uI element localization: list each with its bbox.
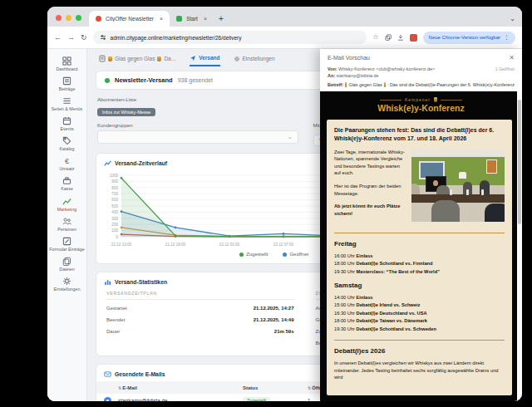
send-icon xyxy=(190,55,196,61)
sidebar-item-events[interactable]: Events xyxy=(47,114,86,134)
sidebar-item-seiten-menues[interactable]: Seiten & Menüs xyxy=(47,94,86,114)
chrome-update-label: Neue Chrome-Version verfügbar xyxy=(429,35,500,40)
browser-tabstrip: CityOffer Newsletter × Start × + ⌄ xyxy=(47,7,522,27)
sidebar-label: Seiten & Menüs xyxy=(52,106,82,111)
tab-versand[interactable]: Versand xyxy=(190,51,219,66)
email-column-header[interactable]: ⇅E-Mail xyxy=(118,385,243,390)
gear-icon xyxy=(62,277,71,286)
status-column-header[interactable]: Status xyxy=(243,385,308,390)
sidebar-label: Formular Einträge xyxy=(49,247,84,252)
browser-tab-start[interactable]: Start × xyxy=(170,11,214,27)
url-text: admin.citypage.online/marketing/newslett… xyxy=(111,35,242,41)
from-value: Whisky-Konferenz <club@whisky-konferenz.… xyxy=(338,66,435,71)
schedule-line: 19:30 Uhr Masterclass: “The Best of the … xyxy=(334,268,505,276)
tab-einstellungen[interactable]: Einstellungen xyxy=(234,51,275,66)
subscriber-tag-badge[interactable]: Infos zur Whisky-Messe xyxy=(97,108,155,116)
svg-text:22.12 01:00: 22.12 01:00 xyxy=(219,243,240,247)
tab-search-chevron-icon[interactable]: ⌄ xyxy=(510,15,515,22)
tab-versand-label: Versand xyxy=(199,55,219,61)
close-tab-icon[interactable]: × xyxy=(204,16,207,22)
svg-text:22.12 07:00: 22.12 07:00 xyxy=(273,243,294,247)
sidebar-item-dateien[interactable]: Dateien xyxy=(47,254,86,274)
saturday-schedule: 14:00 Uhr Einlass 15:00 Uhr Debatt(l)e I… xyxy=(334,294,505,333)
conference-photo xyxy=(411,149,505,222)
site-settings-icon[interactable] xyxy=(100,34,106,41)
divider xyxy=(334,340,505,341)
browser-tab-title: CityOffer Newsletter xyxy=(106,16,154,22)
status-sent-count: 938 gesendet xyxy=(178,77,213,83)
browser-tab-active[interactable]: CityOffer Newsletter × xyxy=(89,11,170,27)
back-icon[interactable]: ← xyxy=(54,34,62,42)
browser-toolbar: ← → ↻ admin.citypage.online/marketing/ne… xyxy=(47,27,522,49)
tab-newsletter-title[interactable]: Glas gegen Glas Da… xyxy=(99,51,176,66)
recipient-email: starrkamp@itdista.de xyxy=(118,398,243,402)
download-icon[interactable] xyxy=(397,34,404,41)
subject-line: Betreff: Glas gegen Glas : Das sind die … xyxy=(320,79,522,91)
from-line: Von: Whisky-Konferenz <club@whisky-konfe… xyxy=(328,66,515,72)
status-dot xyxy=(105,78,110,83)
start-favicon xyxy=(176,16,182,22)
schedule-line: 15:00 Uhr Debatt(l)e Irland vs. Schweiz xyxy=(334,302,505,309)
window-controls xyxy=(47,15,89,27)
sidebar-item-einstellungen[interactable]: Einstellungen xyxy=(47,274,86,294)
email-body: Kempener Whisk(e)y-Konferenz Die Paarung… xyxy=(320,91,522,401)
debattles-heading: Debatt(l)es 2026 xyxy=(334,347,505,355)
legend-item-geoeffnet[interactable]: Geöffnet xyxy=(283,252,308,257)
stats-value: 21.12.2025, 14:49 xyxy=(254,317,294,322)
stats-col-header: VERSANDZEITPLAN xyxy=(106,291,294,300)
customer-groups-select[interactable]: ⌄ xyxy=(97,130,298,144)
browser-menu-icon[interactable]: ⋮ xyxy=(504,34,510,41)
minimize-window-button[interactable] xyxy=(66,15,71,21)
sidebar-item-marketing[interactable]: Marketing xyxy=(47,194,86,214)
stats-row: Dauer21m 59s xyxy=(106,326,294,337)
sidebar-item-katalog[interactable]: Katalog xyxy=(47,134,86,154)
sidebar-label: Events xyxy=(60,126,73,131)
share-icon[interactable] xyxy=(385,34,392,41)
svg-text:0: 0 xyxy=(116,235,118,239)
sidebar-item-dashboard[interactable]: Dashboard xyxy=(47,54,86,74)
new-tab-button[interactable]: + xyxy=(214,14,230,27)
chrome-update-button[interactable]: Neue Chrome-Version verfügbar ⋮ xyxy=(423,32,515,44)
panel-scrollbar-track[interactable] xyxy=(517,91,522,401)
sidebar-item-beitraege[interactable]: Beiträge xyxy=(47,74,86,94)
extension-icon[interactable] xyxy=(410,34,417,42)
svg-text:100: 100 xyxy=(111,228,118,233)
app-sidebar: Dashboard Beiträge Seiten & Menüs Events… xyxy=(47,49,87,401)
subject-text: Glas gegen Glas xyxy=(348,82,382,87)
preview-meta: Von: Whisky-Konferenz <club@whisky-konfe… xyxy=(320,64,522,79)
friday-schedule: 16:00 Uhr Einlass 18:00 Uhr Debatt(l)e S… xyxy=(334,253,505,276)
maximize-window-button[interactable] xyxy=(76,15,81,21)
svg-text:800: 800 xyxy=(111,186,118,190)
address-bar[interactable]: admin.citypage.online/marketing/newslett… xyxy=(93,31,367,44)
bar-chart-icon xyxy=(104,278,111,286)
panel-scrollbar-thumb[interactable] xyxy=(518,100,521,224)
sidebar-item-formular-eintraege[interactable]: Formular Einträge xyxy=(47,234,86,254)
sidebar-item-umsatz[interactable]: € Umsatz xyxy=(47,154,86,174)
sidebar-item-kasse[interactable]: Kasse xyxy=(47,174,86,194)
line-chart-icon xyxy=(104,159,111,167)
svg-text:200: 200 xyxy=(111,223,118,227)
sidebar-label: Einstellungen xyxy=(54,287,81,292)
calendar-icon xyxy=(62,116,71,125)
legend-item-zugestellt[interactable]: Zugestellt xyxy=(239,252,268,257)
to-line: An: starrkamp@itdista.de xyxy=(328,72,515,79)
forward-icon[interactable]: → xyxy=(67,34,75,42)
close-window-button[interactable] xyxy=(56,15,62,21)
sidebar-label: Beiträge xyxy=(59,86,76,91)
sidebar-item-personen[interactable]: Personen xyxy=(47,214,86,234)
email-brand-logo: Kempener Whisk(e)y-Konferenz xyxy=(320,91,522,113)
cityoffer-favicon xyxy=(96,16,101,22)
tab-newsletter-suffix: Da… xyxy=(164,56,176,61)
recipient-avatar xyxy=(104,397,111,402)
bookmark-star-icon[interactable]: ☆ xyxy=(372,34,378,41)
tab-einstellungen-label: Einstellungen xyxy=(243,56,275,61)
stats-col-versandzeitplan: VERSANDZEITPLAN Gestartet21.12.2025, 14:… xyxy=(106,291,294,349)
whisky-glass-icon xyxy=(345,82,347,87)
sidebar-label: Umsatz xyxy=(60,166,75,171)
close-icon[interactable]: ✕ xyxy=(509,54,515,61)
dashboard-icon xyxy=(62,56,71,66)
reload-icon[interactable]: ↻ xyxy=(81,34,87,42)
schedule-line: 16:00 Uhr Einlass xyxy=(334,253,505,260)
close-tab-icon[interactable]: × xyxy=(160,16,163,22)
svg-text:600: 600 xyxy=(111,198,118,202)
